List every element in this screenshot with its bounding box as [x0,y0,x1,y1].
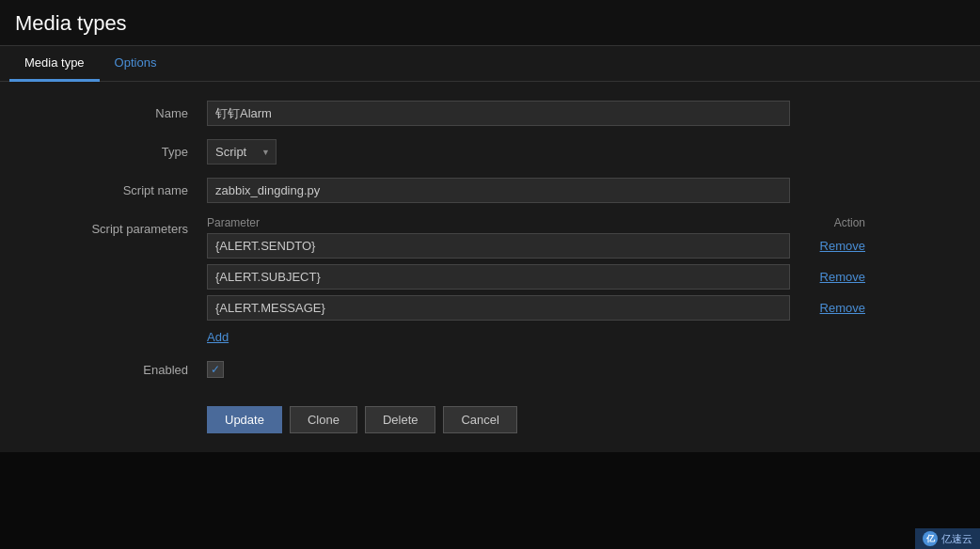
type-label: Type [19,139,207,159]
param-input-1[interactable] [207,233,790,259]
script-name-control [207,178,961,203]
remove-button-2[interactable]: Remove [820,270,865,284]
cancel-button[interactable]: Cancel [443,406,516,433]
script-name-row: Script name [0,178,980,203]
enabled-label: Enabled [19,357,207,377]
name-label: Name [19,101,207,120]
param-input-2[interactable] [207,264,790,290]
type-control: Script Email SMS Jabber [207,139,961,165]
type-select[interactable]: Script Email SMS Jabber [207,139,277,165]
param-row-1: Remove [207,233,865,259]
page-header: Media types [0,0,980,46]
type-select-wrapper: Script Email SMS Jabber [207,139,277,165]
script-name-input[interactable] [207,178,790,203]
add-param-link[interactable]: Add [207,330,229,344]
enabled-row: Enabled ✓ [0,357,980,378]
remove-button-3[interactable]: Remove [820,301,865,315]
param-row-3: Remove [207,295,865,321]
param-action-1: Remove [790,239,865,253]
param-input-3[interactable] [207,295,790,321]
type-row: Type Script Email SMS Jabber [0,139,980,165]
page-title: Media types [15,11,965,36]
params-header: Parameter Action [207,216,865,233]
param-row-2: Remove [207,264,865,290]
tabs-bar: Media type Options [0,46,980,82]
script-params-row: Script parameters Parameter Action Remov… [0,216,980,344]
enabled-checkbox-wrapper: ✓ [207,357,961,378]
name-input[interactable] [207,101,790,126]
buttons-row: Update Clone Delete Cancel [0,391,980,433]
update-button[interactable]: Update [207,406,282,433]
enabled-checkbox[interactable]: ✓ [207,361,224,378]
name-control [207,101,961,126]
remove-button-1[interactable]: Remove [820,239,865,253]
tab-media-type[interactable]: Media type [9,46,100,82]
params-table: Parameter Action Remove Remove [207,216,865,344]
enabled-control: ✓ [207,357,961,378]
clone-button[interactable]: Clone [290,406,357,433]
param-action-3: Remove [790,301,865,315]
param-col-header: Parameter [207,216,790,229]
param-action-2: Remove [790,270,865,284]
script-name-label: Script name [19,178,207,197]
watermark: 亿 亿速云 [915,528,980,549]
watermark-text: 亿速云 [941,532,972,546]
main-content: Name Type Script Email SMS Jabber Script… [0,82,980,452]
action-col-header: Action [790,216,865,229]
tab-options[interactable]: Options [100,46,172,82]
script-params-label: Script parameters [19,216,207,236]
name-row: Name [0,101,980,126]
script-params-control: Parameter Action Remove Remove [207,216,961,344]
delete-button[interactable]: Delete [365,406,436,433]
watermark-icon: 亿 [923,531,938,546]
